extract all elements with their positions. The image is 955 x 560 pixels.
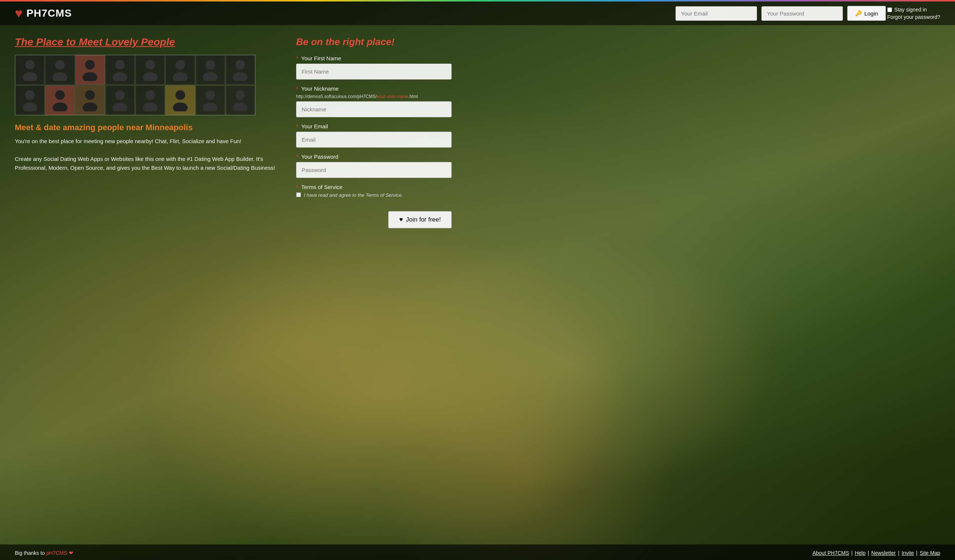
footer-left: Big thanks to pH7CMS ❤ [15, 550, 73, 556]
footer-right: About PH7CMS | Help | Newsletter | Invit… [813, 550, 940, 556]
first-name-group: * Your First Name [296, 55, 452, 80]
avatar-cell[interactable] [226, 86, 255, 115]
header-login-area: 🔑 Login Stay signed in Forgot your passw… [676, 6, 940, 21]
required-star: * [296, 123, 298, 129]
footer-about-link[interactable]: About PH7CMS [813, 550, 849, 556]
logo-heart-icon: ♥ [15, 7, 23, 20]
required-star: * [296, 184, 298, 190]
avatar-silhouette [170, 89, 190, 111]
header-sub-options: Stay signed in Forgot your password? [887, 7, 940, 20]
avatar-cell[interactable] [15, 55, 44, 85]
svg-point-3 [53, 72, 67, 81]
left-desc-p1: You're on the best place for meeting new… [15, 137, 281, 146]
login-label: Login [864, 10, 878, 17]
footer-help-link[interactable]: Help [855, 550, 866, 556]
header-email-input[interactable] [676, 6, 757, 21]
left-desc-p2: Create any Social Dating Web Apps or Web… [15, 154, 281, 172]
avatar-silhouette [80, 59, 100, 81]
svg-point-14 [235, 60, 245, 70]
required-star: * [296, 153, 298, 160]
avatar-cell[interactable] [166, 86, 195, 115]
avatar-silhouette [50, 59, 70, 81]
tos-label: * Terms of Service [296, 184, 452, 190]
footer-sep: | [867, 550, 869, 556]
email-input[interactable] [296, 132, 452, 148]
avatar-cell[interactable] [75, 55, 105, 85]
avatar-cell[interactable] [196, 55, 225, 85]
avatar-silhouette [20, 59, 40, 81]
svg-point-4 [85, 60, 95, 70]
footer-heart-icon: ❤ [69, 550, 73, 556]
avatar-silhouette [140, 89, 160, 111]
svg-point-16 [25, 90, 35, 100]
footer-newsletter-link[interactable]: Newsletter [871, 550, 896, 556]
login-button[interactable]: 🔑 Login [847, 6, 886, 21]
avatar-silhouette [110, 89, 130, 111]
first-name-input[interactable] [296, 64, 452, 80]
forgot-password-link[interactable]: Forgot your password? [887, 14, 940, 20]
svg-point-7 [113, 72, 127, 81]
avatar-cell[interactable] [166, 55, 195, 85]
header-password-input[interactable] [761, 6, 843, 21]
first-name-label: * Your First Name [296, 55, 452, 61]
nickname-label: * Your Nickname [296, 86, 452, 92]
avatar-cell[interactable] [45, 55, 74, 85]
svg-point-23 [113, 103, 127, 111]
svg-point-21 [83, 103, 97, 111]
password-group: * Your Password [296, 153, 452, 178]
footer-ph7cms-link[interactable]: pH7CMS [46, 550, 67, 556]
rainbow-bar [0, 0, 955, 2]
nickname-input[interactable] [296, 101, 452, 117]
svg-point-25 [143, 103, 158, 111]
avatar-cell[interactable] [135, 86, 165, 115]
avatar-cell[interactable] [196, 86, 225, 115]
svg-point-19 [53, 103, 67, 111]
be-right-place-heading: Be on the right place! [296, 36, 452, 48]
stay-signed-label: Stay signed in [894, 7, 927, 12]
svg-point-8 [146, 60, 155, 70]
avatar-cell[interactable] [15, 86, 44, 115]
avatar-silhouette [20, 89, 40, 111]
avatar-silhouette [140, 59, 160, 81]
svg-point-26 [175, 90, 185, 100]
footer-sep: | [898, 550, 899, 556]
footer-sep: | [916, 550, 917, 556]
header-password-group [761, 6, 843, 21]
avatar-cell[interactable] [75, 86, 105, 115]
footer-invite-link[interactable]: Invite [902, 550, 914, 556]
join-heart-icon: ♥ [399, 216, 403, 223]
svg-point-0 [25, 60, 35, 70]
avatar-cell[interactable] [226, 55, 255, 85]
page-wrapper: ♥ PH7CMS 🔑 Login Stay signed in Forgot y… [0, 2, 955, 560]
avatar-silhouette [230, 59, 250, 81]
nickname-url-slug[interactable]: your-user-name [377, 94, 408, 99]
password-input[interactable] [296, 162, 452, 178]
footer-sitemap-link[interactable]: Site Map [920, 550, 940, 556]
avatar-cell[interactable] [105, 55, 135, 85]
join-button[interactable]: ♥ Join for free! [388, 211, 452, 228]
required-star: * [296, 86, 298, 92]
tos-checkbox[interactable] [296, 192, 301, 197]
tos-text: I have read and agree to the Terms of Se… [304, 192, 403, 198]
svg-point-22 [115, 90, 125, 100]
avatar-grid [15, 55, 255, 115]
key-icon: 🔑 [855, 10, 862, 17]
svg-point-10 [175, 60, 185, 70]
avatar-cell[interactable] [45, 86, 74, 115]
tagline-link[interactable]: The Place to Meet Lovely People [15, 36, 281, 48]
svg-point-27 [173, 103, 188, 111]
svg-point-6 [115, 60, 125, 70]
avatar-cell[interactable] [135, 55, 165, 85]
left-description: You're on the best place for meeting new… [15, 137, 281, 172]
stay-signed-checkbox[interactable] [887, 8, 892, 12]
svg-point-28 [205, 90, 215, 100]
meet-heading: Meet & date amazing people near Minneapo… [15, 123, 281, 133]
avatar-cell[interactable] [105, 86, 135, 115]
main-content: The Place to Meet Lovely People [0, 25, 955, 537]
stay-signed-row: Stay signed in [887, 7, 940, 12]
join-label: Join for free! [406, 216, 441, 223]
avatar-silhouette [230, 89, 250, 111]
svg-point-29 [203, 103, 218, 111]
avatar-silhouette [110, 59, 130, 81]
tos-check-row: I have read and agree to the Terms of Se… [296, 192, 452, 198]
